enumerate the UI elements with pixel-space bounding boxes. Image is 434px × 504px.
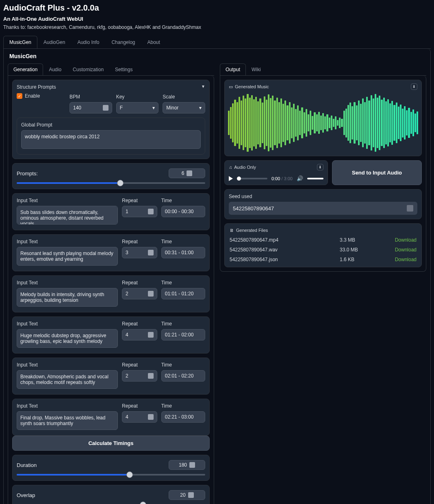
subtab-audio[interactable]: Audio [43,63,67,75]
global-prompt-input[interactable] [21,130,201,149]
scale-select[interactable]: Minor ▾ [163,102,205,113]
spinner-icon[interactable] [148,332,154,338]
calculate-timings-button[interactable]: Calculate Timings [12,436,210,451]
file-size: 3.3 MB [340,237,395,243]
key-select[interactable]: F ▾ [116,102,159,113]
copy-seed-button[interactable] [407,205,413,212]
waveform-bar [396,103,397,143]
input-text-field[interactable]: Resonant lead synth playing modal melody… [17,247,118,266]
repeat-input[interactable]: 3 [122,247,157,258]
waveform-bar [385,101,387,144]
waveform-bar [356,105,358,140]
spinner-icon[interactable] [187,170,192,176]
subtab-wiki[interactable]: Wiki [246,63,267,75]
time-label: Time [161,239,205,244]
subtab-customization[interactable]: Customization [67,63,109,75]
duration-slider[interactable] [17,474,205,476]
waveform-display [227,92,419,153]
prompts-slider[interactable] [17,182,205,184]
volume-icon[interactable]: 🔊 [297,175,303,181]
tab-about[interactable]: About [141,36,166,48]
music-icon: ♫ [229,165,232,170]
overlap-block: Overlap 20 [12,485,210,504]
waveform-bar [354,102,355,144]
spinner-icon[interactable] [148,209,154,214]
spinner-icon[interactable] [103,105,108,111]
audio-seek[interactable] [237,178,267,179]
prompt-row: Input Text Huge melodic dubstep drop, ag… [12,316,210,353]
waveform-bar [345,109,347,137]
play-button[interactable] [229,176,233,181]
enable-checkbox-row[interactable]: ✓ Enable [17,93,65,99]
repeat-input[interactable]: 4 [122,411,157,423]
input-text-field[interactable]: Huge melodic dubstep drop, aggressive gr… [17,329,118,348]
tab-musicgen[interactable]: MusicGen [3,36,37,48]
spinner-icon[interactable] [148,250,154,255]
input-text-label: Input Text [17,321,118,327]
download-link[interactable]: Download [395,247,417,253]
time-display: 02:01 - 02:20 [161,370,205,382]
left-sub-tabs: Generation Audio Customization Settings [8,63,214,76]
input-text-field[interactable]: Final drop, Massive bass wobbles, lead s… [17,411,118,430]
spinner-icon[interactable] [188,492,194,498]
download-audio-button[interactable]: ⬇ [317,164,323,170]
waveform-bar [310,111,311,135]
input-text-field[interactable]: Sub bass slides down chromatically, omin… [17,206,118,225]
app-title: AudioCraft Plus - v2.0.0a [3,3,431,13]
waveform-bar [360,104,362,142]
slider-thumb[interactable] [117,180,124,186]
subtab-output[interactable]: Output [220,63,246,75]
repeat-value: 1 [126,209,128,214]
repeat-input[interactable]: 1 [122,206,157,217]
time-display: 00:00 - 00:30 [161,206,205,217]
waveform-bar [358,100,360,146]
scale-value: Minor [166,105,178,111]
generated-files-block: 🗎Generated Files 54225807890647.mp4 3.3 … [224,223,422,267]
spinner-icon[interactable] [148,291,154,297]
duration-input[interactable]: 180 [169,460,205,470]
waveform-bar [270,98,271,148]
subtab-generation[interactable]: Generation [8,63,43,75]
waveform-bar [243,96,244,151]
spinner-icon[interactable] [148,414,154,420]
tab-audiogen[interactable]: AudioGen [37,36,71,48]
repeat-input[interactable]: 4 [122,329,157,340]
seed-used-block: Seed used 54225807890647 [224,189,422,219]
prompts-count-input[interactable]: 6 [169,168,205,178]
structure-prompts-block: Structure Prompts ▼ ✓ Enable [12,80,210,159]
waveform-bar [308,114,309,132]
download-link[interactable]: Download [395,257,417,262]
tab-changelog[interactable]: Changelog [105,36,141,48]
slider-thumb[interactable] [140,502,146,504]
input-text-field[interactable]: Breakdown, Atmospheric pads and vocal ch… [17,370,118,389]
waveform-bar [349,103,351,143]
overlap-input[interactable]: 20 [169,490,205,500]
spinner-icon[interactable] [148,373,154,379]
send-to-input-button[interactable]: Send to Input Audio [332,160,422,185]
input-text-label: Input Text [17,362,118,368]
volume-slider[interactable] [307,178,323,179]
slider-thumb[interactable] [126,471,133,478]
tab-audio-info[interactable]: Audio Info [71,36,105,48]
waveform-bar [255,97,257,149]
waveform-bar [280,98,282,147]
waveform-bar [404,106,406,140]
seed-used-label: Seed used [229,194,417,199]
prompt-row: Input Text Resonant lead synth playing m… [12,234,210,271]
repeat-input[interactable]: 2 [122,370,157,382]
download-link[interactable]: Download [395,237,417,243]
seek-thumb[interactable] [237,177,241,181]
waveform-bar [272,96,273,150]
waveform-bar [282,104,284,142]
bpm-input[interactable]: 140 [69,102,112,113]
repeat-value: 2 [126,291,128,297]
main-tabs: MusicGen AudioGen Audio Info Changelog A… [3,36,431,49]
spinner-icon[interactable] [189,462,195,468]
download-video-button[interactable]: ⬇ [411,83,417,90]
input-text-field[interactable]: Melody builds in intensity, driving synt… [17,288,118,307]
collapse-icon[interactable]: ▼ [201,84,205,90]
repeat-input[interactable]: 2 [122,288,157,299]
subtab-settings[interactable]: Settings [109,63,138,75]
duration-label: Duration [17,462,37,468]
app-subtitle: An All-in-One AudioCraft WebUI [3,16,431,22]
